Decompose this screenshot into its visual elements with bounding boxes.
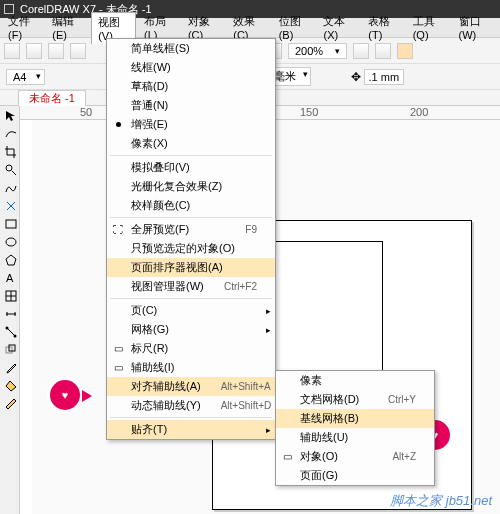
connector-tool-icon[interactable] xyxy=(3,324,17,338)
pick-tool-icon[interactable] xyxy=(3,108,17,122)
menu-item-label: 简单线框(S) xyxy=(131,41,190,56)
menu-item[interactable]: 像素 xyxy=(276,371,434,390)
menu-item-icon: ⛶ xyxy=(111,224,125,235)
menu-item-label: 辅助线(U) xyxy=(300,430,348,445)
zoom-tool-icon[interactable] xyxy=(3,162,17,176)
svg-point-0 xyxy=(6,165,12,171)
save-icon[interactable] xyxy=(48,43,64,59)
menu-item[interactable]: 草稿(D) xyxy=(107,77,275,96)
menu-item[interactable]: 普通(N) xyxy=(107,96,275,115)
table-tool-icon[interactable] xyxy=(3,288,17,302)
menu-item-label: 页(C) xyxy=(131,303,157,318)
menu-item[interactable]: ▭辅助线(I) xyxy=(107,358,275,377)
menu-item[interactable]: 增强(E) xyxy=(107,115,275,134)
document-tab[interactable]: 未命名 -1 xyxy=(18,90,86,106)
menu-item[interactable]: 页面(G) xyxy=(276,466,434,485)
menu-item[interactable]: 基线网格(B) xyxy=(276,409,434,428)
menu-item[interactable]: 校样颜色(C) xyxy=(107,196,275,215)
ruler-tick: 200 xyxy=(410,106,428,118)
menu-item[interactable]: ▭标尺(R) xyxy=(107,339,275,358)
menu-item-label: 视图管理器(W) xyxy=(131,279,204,294)
menu-item-label: 草稿(D) xyxy=(131,79,168,94)
menu-item[interactable]: 文件(F) xyxy=(2,12,44,43)
launch-icon[interactable] xyxy=(397,43,413,59)
menu-item-label: 增强(E) xyxy=(131,117,168,132)
page-size-value: A4 xyxy=(13,71,26,83)
freehand-tool-icon[interactable] xyxy=(3,180,17,194)
menu-item-label: 对象(O) xyxy=(300,449,338,464)
menu-item[interactable]: 编辑(E) xyxy=(46,12,89,43)
menu-item[interactable]: 像素(X) xyxy=(107,134,275,153)
svg-rect-1 xyxy=(6,220,16,228)
menu-item-shortcut: Alt+Z xyxy=(372,451,416,462)
crop-tool-icon[interactable] xyxy=(3,144,17,158)
menu-item-icon: ▭ xyxy=(111,343,125,354)
menu-item-label: 像素 xyxy=(300,373,322,388)
polygon-tool-icon[interactable] xyxy=(3,252,17,266)
menu-item-shortcut: F9 xyxy=(225,224,257,235)
nudge-distance[interactable]: ✥ .1 mm xyxy=(351,69,405,85)
menu-item-label: 网格(G) xyxy=(131,322,169,337)
text-tool-icon[interactable]: A xyxy=(3,270,17,284)
menu-item-label: 基线网格(B) xyxy=(300,411,359,426)
ellipse-tool-icon[interactable] xyxy=(3,234,17,248)
ruler-tick: 150 xyxy=(300,106,318,118)
menu-item-label: 模拟叠印(V) xyxy=(131,160,190,175)
watermark-text: 脚本之家 jb51.net xyxy=(390,492,492,510)
new-icon[interactable] xyxy=(4,43,20,59)
menu-item[interactable]: 线框(W) xyxy=(107,58,275,77)
svg-point-5 xyxy=(5,327,8,330)
smart-tool-icon[interactable] xyxy=(3,198,17,212)
document-tab-label: 未命名 -1 xyxy=(29,92,75,104)
menu-item[interactable]: 简单线框(S) xyxy=(107,39,275,58)
submenu-arrow-icon: ▸ xyxy=(266,325,271,335)
snap-options-icon[interactable] xyxy=(353,43,369,59)
svg-point-6 xyxy=(13,335,16,338)
menu-item[interactable]: 页(C)▸ xyxy=(107,301,275,320)
menu-item[interactable]: 模拟叠印(V) xyxy=(107,158,275,177)
open-icon[interactable] xyxy=(26,43,42,59)
menu-item[interactable]: 窗口(W) xyxy=(453,12,498,43)
menu-item[interactable]: 辅助线(U) xyxy=(276,428,434,447)
eyedropper-tool-icon[interactable] xyxy=(3,360,17,374)
menu-item-label: 校样颜色(C) xyxy=(131,198,190,213)
fill-tool-icon[interactable] xyxy=(3,378,17,392)
effects-tool-icon[interactable] xyxy=(3,342,17,356)
dimension-tool-icon[interactable] xyxy=(3,306,17,320)
options-icon[interactable] xyxy=(375,43,391,59)
menu-item[interactable]: 文档网格(D)Ctrl+Y xyxy=(276,390,434,409)
menu-item[interactable]: 页面排序器视图(A) xyxy=(107,258,275,277)
rectangle-tool-icon[interactable] xyxy=(3,216,17,230)
menu-item-label: 像素(X) xyxy=(131,136,168,151)
heart-icon: ♥ xyxy=(62,389,69,401)
menu-item[interactable]: 动态辅助线(Y)Alt+Shift+D xyxy=(107,396,275,415)
print-icon[interactable] xyxy=(70,43,86,59)
menu-item-label: 辅助线(I) xyxy=(131,360,174,375)
menu-item[interactable]: 光栅化复合效果(Z) xyxy=(107,177,275,196)
menu-item[interactable]: 贴齐(T)▸ xyxy=(107,420,275,439)
menu-item[interactable]: ▭对象(O)Alt+Z xyxy=(276,447,434,466)
menu-item-icon: ▭ xyxy=(280,451,294,462)
menu-item[interactable]: 位图(B) xyxy=(273,12,316,43)
menu-item[interactable]: 文本(X) xyxy=(317,12,360,43)
menu-item[interactable]: 对齐辅助线(A)Alt+Shift+A xyxy=(107,377,275,396)
menu-item[interactable]: 只预览选定的对象(O) xyxy=(107,239,275,258)
menu-item-label: 贴齐(T) xyxy=(131,422,167,437)
menu-item-icon: ▭ xyxy=(111,362,125,373)
nudge-icon: ✥ xyxy=(351,70,361,84)
menu-item[interactable]: 视图管理器(W)Ctrl+F2 xyxy=(107,277,275,296)
menu-item-label: 页面排序器视图(A) xyxy=(131,260,223,275)
shape-tool-icon[interactable] xyxy=(3,126,17,140)
menu-item[interactable]: 工具(Q) xyxy=(407,12,451,43)
menu-item-label: 光栅化复合效果(Z) xyxy=(131,179,222,194)
submenu-arrow-icon: ▸ xyxy=(266,425,271,435)
menu-item[interactable]: ⛶全屏预览(F)F9 xyxy=(107,220,275,239)
outline-tool-icon[interactable] xyxy=(3,396,17,410)
page-size-selector[interactable]: A4 xyxy=(6,69,45,85)
menu-item[interactable]: 表格(T) xyxy=(362,12,404,43)
ruler-tick: 50 xyxy=(80,106,92,118)
menu-item-label: 标尺(R) xyxy=(131,341,168,356)
zoom-selector[interactable]: 200%▾ xyxy=(288,43,347,59)
toolbox: A xyxy=(0,106,20,514)
menu-item[interactable]: 网格(G)▸ xyxy=(107,320,275,339)
